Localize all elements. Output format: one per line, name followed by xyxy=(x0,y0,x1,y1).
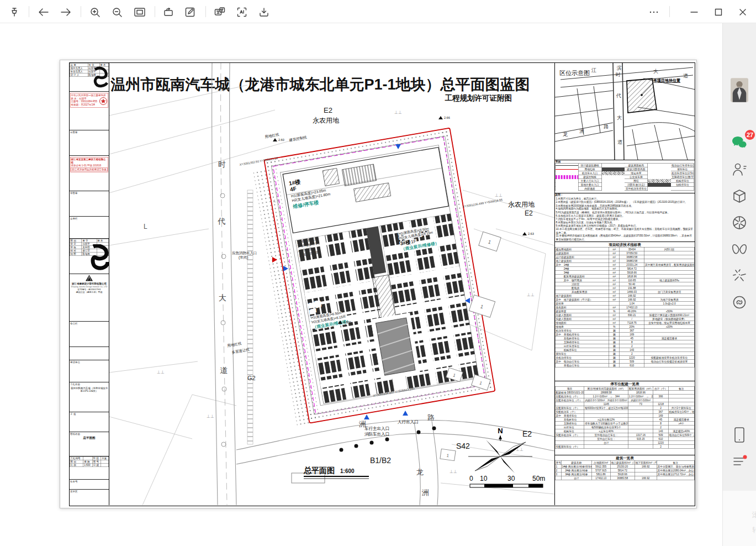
ocr-scan-button[interactable] xyxy=(234,4,250,20)
svg-text:大: 大 xyxy=(617,115,622,120)
site-plan: 温州市瓯南汽车城（龙港市城东北单元P1-1地块）总平面图蓝图 工程规划许可证附图… xyxy=(109,63,554,505)
avatar[interactable] xyxy=(731,77,748,103)
save-download-button[interactable] xyxy=(256,4,272,20)
svg-text:G2: G2 xyxy=(247,375,256,381)
toolbar-separator xyxy=(81,6,81,17)
version-label: 版本号 xyxy=(70,480,78,484)
svg-text:时: 时 xyxy=(218,160,226,169)
sheet-name-label: 图纸名称 xyxy=(70,432,81,436)
contacts-icon[interactable] xyxy=(731,161,748,179)
building-section: 建筑一览表 序号建筑名称占地面积/m²地上建筑面积/m²（计容）地下室面积/m²… xyxy=(555,455,695,504)
rotate-button[interactable] xyxy=(161,4,176,20)
favorites-box-icon[interactable] xyxy=(731,187,748,205)
minimize-button[interactable] xyxy=(686,4,702,20)
drawing-frame: 会 签专 业签 名项目负责人杜国平专业负责人杜国平设 计 人陈海峰 中华人民共和… xyxy=(69,62,695,506)
fit-page-button[interactable] xyxy=(132,4,147,20)
svg-text:⊥⊥: ⊥⊥ xyxy=(527,292,535,297)
svg-text:路: 路 xyxy=(427,413,435,422)
parking-section: 停车位配建一览表 项目展示/维修车间等建筑面积（m²）配套用房面积（m²）合计（… xyxy=(555,381,695,455)
app-window: { "window": { "toolbar_icons": ["pin","b… xyxy=(0,0,756,546)
phone-icon[interactable] xyxy=(731,426,748,444)
svg-text:总平面图: 总平面图 xyxy=(303,466,335,475)
toolbar-separator xyxy=(155,6,155,17)
svg-text:⊥⊥: ⊥⊥ xyxy=(157,370,165,375)
svg-text:E2: E2 xyxy=(525,209,533,217)
subitem-label: 子 项 xyxy=(70,412,76,416)
svg-text:洲: 洲 xyxy=(579,128,584,134)
sign-table-2: 图 别签 字签 名审 定倪国平审 核吴先明校 对谢江荣制 图陈海南 xyxy=(70,239,109,256)
svg-text:N: N xyxy=(498,427,503,435)
toolbar-separator xyxy=(29,6,29,17)
notes: 说明： 1.本图尺寸以米为单位，标高以米计。2.本图依据《建筑设计防火规范》(G… xyxy=(555,193,695,242)
svg-text:多层退让线: 多层退让线 xyxy=(231,347,250,354)
svg-text:道: 道 xyxy=(220,366,228,375)
edit-button[interactable] xyxy=(182,4,198,20)
svg-text:2.60: 2.60 xyxy=(278,138,284,141)
svg-text:人行出入口: 人行出入口 xyxy=(398,419,419,424)
toolbar-separator xyxy=(669,6,670,17)
maximize-button[interactable] xyxy=(711,4,726,20)
parcel-marker-label: 本项目地块位置 xyxy=(653,78,680,83)
video-bowtie-icon[interactable] xyxy=(731,240,748,258)
svg-text:洲: 洲 xyxy=(421,489,429,497)
svg-text:路: 路 xyxy=(604,124,609,129)
building-title: 建筑一览表 xyxy=(555,455,695,460)
location-map-title: 区位示意图 xyxy=(559,70,590,76)
blueprint-page: 会 签专 业签 名项目负责人杜国平专业负责人杜国平设 计 人陈海峰 中华人民共和… xyxy=(60,60,697,508)
parking-title: 停车位配建一览表 xyxy=(555,381,695,386)
hint-char-1: 滚 xyxy=(752,510,756,520)
plan-caption: 总平面图 1:600 xyxy=(303,466,369,479)
indicator-table: 规划用地面积m²35434约53.1亩总建筑面积m²37050.50总计容建筑面… xyxy=(555,247,695,368)
wechat-chat-icon[interactable]: 27 xyxy=(731,134,748,151)
svg-text:代: 代 xyxy=(616,93,621,98)
sheet-grid: 工程编号阶 段方案图 别建 施图 号比 例1:600日 期 xyxy=(70,456,109,467)
pin-icon[interactable] xyxy=(7,4,22,20)
svg-text:⊥⊥: ⊥⊥ xyxy=(450,469,457,474)
svg-text:龙: 龙 xyxy=(416,468,424,476)
links-circle-icon[interactable] xyxy=(731,293,748,311)
parking-table: 项目展示/维修车间等建筑面积（m²）配套用房面积（m²）合计（个）备注配建标准 … xyxy=(555,386,695,449)
svg-text:⊥⊥: ⊥⊥ xyxy=(495,193,503,198)
channels-aperture-icon[interactable] xyxy=(731,214,748,232)
svg-text:4.800: 4.800 xyxy=(343,321,351,324)
svg-text:E2: E2 xyxy=(522,429,532,438)
wechat-sidebar: 27 xyxy=(722,23,756,491)
svg-text:时: 时 xyxy=(616,72,621,77)
design-company: 浙江省建筑设计研究院有限公司 Zhejiang Jianzhu Design I… xyxy=(70,274,109,293)
translate-icon[interactable] xyxy=(212,4,228,20)
close-button[interactable] xyxy=(735,4,750,20)
back-button[interactable] xyxy=(36,4,51,20)
sidebar-lower: 滚 转 xyxy=(722,491,756,546)
notes-list: 1.本图尺寸以米为单位，标高以米计。2.本图依据《建筑设计防火规范》(GB500… xyxy=(555,197,695,242)
toolbar-separator xyxy=(205,6,206,17)
forward-button[interactable] xyxy=(58,4,73,20)
right-column: 本项目地块位置 区位示意图 江 滨 大 道 时 代 大 道 龙 洲 路 xyxy=(554,63,695,505)
zoom-in-button[interactable] xyxy=(87,4,103,20)
svg-text:消防车出入口: 消防车出入口 xyxy=(364,432,389,437)
issue-label: 发放区 xyxy=(70,490,78,494)
seal-area-label: 出图章 xyxy=(70,130,78,134)
svg-text:建筑控制线: 建筑控制线 xyxy=(288,135,308,143)
legend: 图例 设计建筑轮廓线建筑屋面标高电动自行车停车位(2.1m×1.0m)用地红线建… xyxy=(555,160,695,193)
indicator-section: 项目经济技术指标表 规划用地面积m²35434约53.1亩总建筑面积m²3705… xyxy=(555,242,695,381)
svg-text:用地红线: 用地红线 xyxy=(227,341,242,348)
sign-table-1: 会 签专 业签 名项目负责人杜国平专业负责人杜国平设 计 人陈海峰 xyxy=(70,63,109,77)
svg-text:大: 大 xyxy=(653,69,658,74)
remark-area-label: 备注栏 xyxy=(70,322,78,326)
svg-text:用地红线: 用地红线 xyxy=(265,132,279,139)
svg-text:4F: 4F xyxy=(289,186,297,193)
document-viewer[interactable]: 会 签专 业签 名项目负责人杜国平专业负责人杜国平设 计 人陈海峰 中华人民共和… xyxy=(0,23,722,546)
svg-text:(常闭): (常闭) xyxy=(239,255,248,260)
svg-text:滨: 滨 xyxy=(617,65,622,71)
svg-text:B1/B2: B1/B2 xyxy=(370,456,391,465)
zoom-out-button[interactable] xyxy=(109,4,125,20)
menu-icon[interactable] xyxy=(731,453,748,470)
svg-text:S42: S42 xyxy=(456,442,470,450)
svg-text:2.63: 2.63 xyxy=(528,232,534,235)
more-menu-button[interactable] xyxy=(646,4,662,20)
spark-search-icon[interactable] xyxy=(731,267,748,285)
owner-label: 建设单位 xyxy=(70,360,81,364)
svg-text:L: L xyxy=(144,223,147,230)
svg-text:30: 30 xyxy=(507,475,515,482)
svg-text:0: 0 xyxy=(469,475,473,482)
